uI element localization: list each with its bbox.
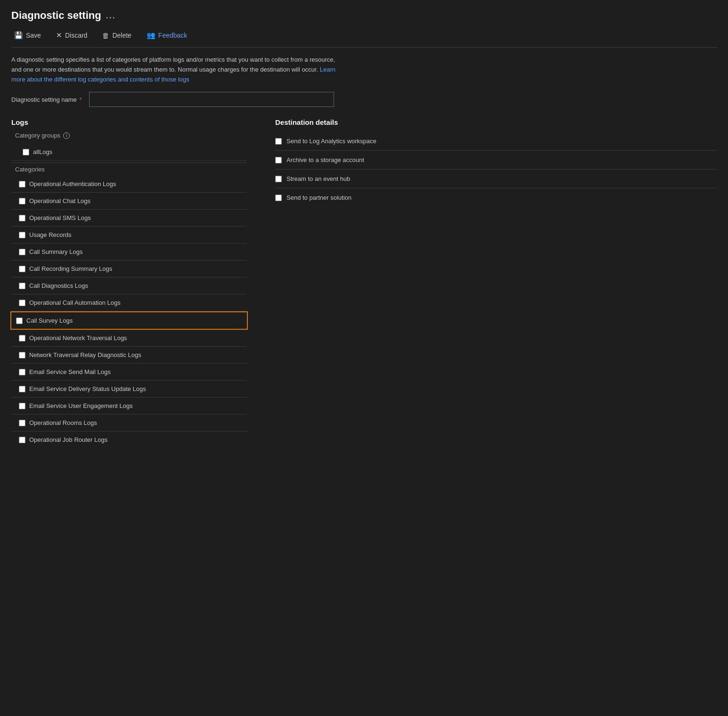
log-label-call-sum[interactable]: Call Summary Logs [29, 248, 82, 255]
log-item-row-op-net-trav: Operational Network Traversal Logs [11, 330, 247, 347]
diag-name-row: Diagnostic setting name * [11, 92, 717, 107]
dest-label-event-hub[interactable]: Stream to an event hub [286, 175, 350, 182]
feedback-icon: 👥 [147, 31, 155, 40]
description-text: A diagnostic setting specifies a list of… [11, 55, 341, 84]
dest-checkbox-partner[interactable] [275, 195, 282, 201]
desc-text2: and one or more destinations that you wo… [11, 66, 320, 73]
log-label-op-rooms[interactable]: Operational Rooms Logs [29, 419, 97, 426]
log-item-row-email-delivery: Email Service Delivery Status Update Log… [11, 381, 247, 398]
all-logs-checkbox[interactable] [23, 149, 29, 155]
log-item-row-net-trav-relay: Network Traversal Relay Diagnostic Logs [11, 347, 247, 364]
save-button[interactable]: 💾 Save [11, 29, 44, 41]
delete-icon: 🗑 [102, 32, 109, 40]
log-item-row-usage-rec: Usage Records [11, 227, 247, 244]
dest-items-container: Send to Log Analytics workspaceArchive t… [275, 132, 717, 207]
log-checkbox-email-user-eng[interactable] [19, 403, 25, 409]
content-columns: Logs Category groups i allLogs Categorie… [11, 118, 717, 448]
page-title: Diagnostic setting [11, 9, 101, 22]
log-label-op-call-auto[interactable]: Operational Call Automation Logs [29, 299, 121, 306]
discard-button[interactable]: ✕ Discard [53, 29, 90, 41]
logs-column: Logs Category groups i allLogs Categorie… [11, 118, 247, 448]
title-ellipsis: ... [106, 11, 116, 21]
log-label-call-survey[interactable]: Call Survey Logs [26, 317, 73, 324]
desc-text1: A diagnostic setting specifies a list of… [11, 56, 335, 63]
log-item-row-op-job-router: Operational Job Router Logs [11, 431, 247, 448]
category-groups-info-icon[interactable]: i [63, 132, 70, 139]
log-label-email-delivery[interactable]: Email Service Delivery Status Update Log… [29, 385, 146, 392]
log-item-row-op-rooms: Operational Rooms Logs [11, 415, 247, 431]
log-checkbox-op-chat[interactable] [19, 198, 25, 204]
dest-item-storage: Archive to a storage account [275, 151, 717, 170]
log-label-email-send[interactable]: Email Service Send Mail Logs [29, 368, 111, 375]
all-logs-label[interactable]: allLogs [33, 148, 52, 155]
log-checkbox-email-delivery[interactable] [19, 386, 25, 392]
log-label-op-auth[interactable]: Operational Authentication Logs [29, 180, 116, 187]
diag-name-label: Diagnostic setting name * [11, 96, 82, 103]
log-checkbox-usage-rec[interactable] [19, 232, 25, 238]
destination-section-title: Destination details [275, 118, 717, 126]
feedback-button[interactable]: 👥 Feedback [144, 29, 190, 41]
log-label-email-user-eng[interactable]: Email Service User Engagement Logs [29, 402, 133, 409]
discard-label: Discard [65, 32, 87, 39]
log-checkbox-op-job-router[interactable] [19, 437, 25, 443]
diag-name-input[interactable] [89, 92, 334, 107]
category-groups-label: Category groups i [15, 132, 247, 139]
log-label-call-diag[interactable]: Call Diagnostics Logs [29, 282, 88, 289]
log-item-row-email-user-eng: Email Service User Engagement Logs [11, 398, 247, 415]
log-item-row-op-sms: Operational SMS Logs [11, 210, 247, 227]
log-label-usage-rec[interactable]: Usage Records [29, 231, 72, 238]
log-checkbox-op-call-auto[interactable] [19, 300, 25, 306]
all-logs-row: allLogs [11, 144, 247, 161]
dest-label-storage[interactable]: Archive to a storage account [286, 156, 364, 163]
required-marker: * [79, 96, 82, 103]
dest-checkbox-log-analytics[interactable] [275, 138, 282, 145]
dest-checkbox-storage[interactable] [275, 157, 282, 163]
log-item-row-email-send: Email Service Send Mail Logs [11, 364, 247, 381]
feedback-label: Feedback [158, 32, 187, 39]
save-label: Save [26, 32, 41, 39]
log-checkbox-email-send[interactable] [19, 369, 25, 375]
dest-label-partner[interactable]: Send to partner solution [286, 194, 352, 201]
log-item-row-op-chat: Operational Chat Logs [11, 193, 247, 210]
log-checkbox-call-diag[interactable] [19, 283, 25, 289]
log-items-container: Operational Authentication LogsOperation… [11, 176, 247, 448]
destination-column: Destination details Send to Log Analytic… [275, 118, 717, 207]
log-label-call-rec-sum[interactable]: Call Recording Summary Logs [29, 265, 112, 272]
log-checkbox-op-net-trav[interactable] [19, 335, 25, 342]
log-label-op-net-trav[interactable]: Operational Network Traversal Logs [29, 334, 127, 342]
log-checkbox-call-survey[interactable] [16, 317, 23, 324]
dest-label-log-analytics[interactable]: Send to Log Analytics workspace [286, 138, 376, 145]
log-item-row-call-sum: Call Summary Logs [11, 244, 247, 260]
log-checkbox-op-rooms[interactable] [19, 420, 25, 426]
log-checkbox-op-sms[interactable] [19, 215, 25, 221]
log-checkbox-call-sum[interactable] [19, 249, 25, 255]
dest-item-event-hub: Stream to an event hub [275, 170, 717, 188]
log-label-net-trav-relay[interactable]: Network Traversal Relay Diagnostic Logs [29, 351, 141, 358]
page-container: Diagnostic setting ... 💾 Save ✕ Discard … [0, 0, 728, 457]
log-label-op-chat[interactable]: Operational Chat Logs [29, 197, 90, 204]
page-title-row: Diagnostic setting ... [11, 9, 717, 22]
log-item-row-op-auth: Operational Authentication Logs [11, 176, 247, 193]
dest-item-partner: Send to partner solution [275, 188, 717, 207]
log-checkbox-op-auth[interactable] [19, 181, 25, 187]
log-item-row-call-rec-sum: Call Recording Summary Logs [11, 260, 247, 277]
log-item-row-call-survey: Call Survey Logs [10, 311, 248, 330]
discard-icon: ✕ [56, 31, 62, 40]
divider [11, 163, 247, 163]
dest-checkbox-event-hub[interactable] [275, 176, 282, 182]
log-item-row-call-diag: Call Diagnostics Logs [11, 277, 247, 294]
log-label-op-sms[interactable]: Operational SMS Logs [29, 214, 91, 221]
categories-label: Categories [15, 166, 247, 173]
delete-label: Delete [112, 32, 131, 39]
logs-section-title: Logs [11, 118, 247, 126]
log-item-row-op-call-auto: Operational Call Automation Logs [11, 294, 247, 311]
dest-item-log-analytics: Send to Log Analytics workspace [275, 132, 717, 151]
log-checkbox-call-rec-sum[interactable] [19, 266, 25, 272]
toolbar: 💾 Save ✕ Discard 🗑 Delete 👥 Feedback [11, 29, 717, 48]
log-checkbox-net-trav-relay[interactable] [19, 352, 25, 358]
save-icon: 💾 [14, 31, 23, 40]
log-label-op-job-router[interactable]: Operational Job Router Logs [29, 436, 107, 443]
delete-button[interactable]: 🗑 Delete [99, 30, 134, 41]
